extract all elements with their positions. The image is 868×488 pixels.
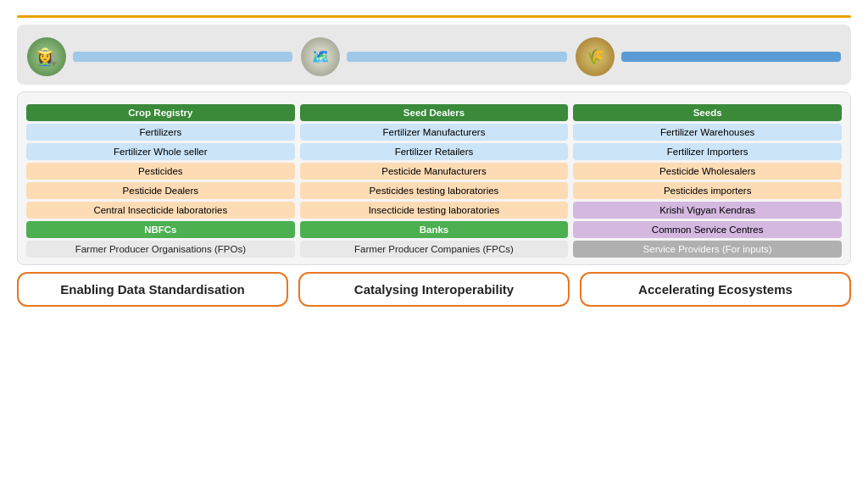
grid-cell: Fertilizer Importers xyxy=(573,143,842,160)
grid-cell: Fertilizers xyxy=(26,124,295,141)
crop-sown-label xyxy=(621,52,841,62)
grid-cell: Fertilizer Manufacturers xyxy=(300,124,569,141)
core-item-village: 🗺️ xyxy=(301,37,566,76)
grid-cell: Seeds xyxy=(573,104,842,121)
grid-cell: Banks xyxy=(300,221,569,238)
grid-cell: Seed Dealers xyxy=(300,104,569,121)
farmer-registry-label xyxy=(73,52,292,62)
grid-cell: Krishi Vigyan Kendras xyxy=(573,202,842,219)
page-container: 👩‍🌾 🗺️ 🌾 Crop RegistrySeed DealersSeedsF… xyxy=(0,0,868,488)
grid-cell: Pesticides importers xyxy=(573,182,842,199)
grid-cell: Pesticides xyxy=(26,163,295,180)
grid-cell: Fertilizer Retailers xyxy=(300,143,569,160)
grid-cell: Farmer Producer Organisations (FPOs) xyxy=(26,241,295,258)
registries-grid: Crop RegistrySeed DealersSeedsFertilizer… xyxy=(26,104,842,258)
grid-cell: Central Insecticide laboratories xyxy=(26,202,295,219)
grid-cell: Farmer Producer Companies (FPCs) xyxy=(300,241,569,258)
grid-cell: Pesticides testing laboratories xyxy=(300,182,569,199)
core-item-farmer: 👩‍🌾 xyxy=(27,37,292,76)
grid-cell: Crop Registry xyxy=(26,104,295,121)
bottom-box-2: Accelerating Ecosystems xyxy=(580,272,851,307)
grid-cell: Fertilizer Warehouses xyxy=(573,124,842,141)
crop-sown-icon: 🌾 xyxy=(576,37,615,76)
grid-cell: Insecticide testing laboratories xyxy=(300,202,569,219)
grid-cell: Service Providers (For inputs) xyxy=(573,241,842,258)
grid-cell: Pesticide Wholesalers xyxy=(573,163,842,180)
grid-cell: Pesticide Dealers xyxy=(26,182,295,199)
village-maps-label xyxy=(347,52,566,62)
grid-cell: Pesticide Manufacturers xyxy=(300,163,569,180)
grid-cell: Fertilizer Whole seller xyxy=(26,143,295,160)
core-registries-section: 👩‍🌾 🗺️ 🌾 xyxy=(17,25,851,85)
village-map-icon: 🗺️ xyxy=(301,37,340,76)
supporting-registries-section: Crop RegistrySeed DealersSeedsFertilizer… xyxy=(17,92,851,265)
bottom-boxes-row: Enabling Data StandardisationCatalysing … xyxy=(17,272,851,307)
divider-line xyxy=(17,15,851,18)
farmer-icon: 👩‍🌾 xyxy=(27,37,66,76)
grid-cell: Common Service Centres xyxy=(573,221,842,238)
grid-cell: NBFCs xyxy=(26,221,295,238)
core-items-row: 👩‍🌾 🗺️ 🌾 xyxy=(27,37,841,76)
core-item-crop: 🌾 xyxy=(576,37,841,76)
bottom-box-1: Catalysing Interoperability xyxy=(298,272,570,307)
bottom-box-0: Enabling Data Standardisation xyxy=(17,272,288,307)
